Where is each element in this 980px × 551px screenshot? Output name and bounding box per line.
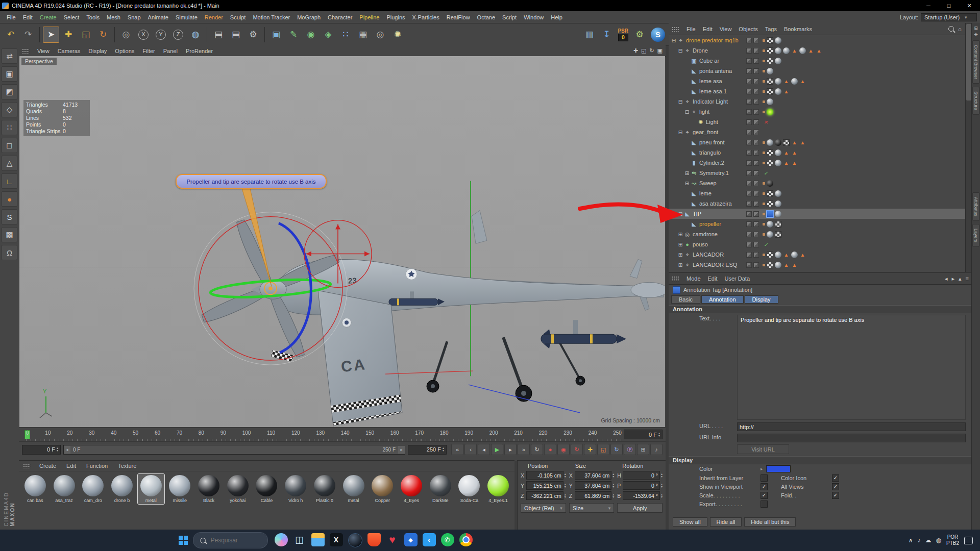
size-mode-dropdown[interactable]: Size▾ (569, 503, 615, 513)
add-cube-button[interactable]: ▣ (268, 27, 284, 43)
phong-tag-icon[interactable]: ▲ (783, 252, 790, 258)
display-dot-icon[interactable] (763, 90, 765, 93)
visibility-toggles[interactable] (746, 109, 759, 115)
maximize-button[interactable]: □ (940, 1, 958, 11)
search-icon[interactable] (948, 26, 954, 32)
material-tag-icon[interactable] (767, 98, 773, 105)
dock-tab-content-browser[interactable]: Content Browser (972, 40, 979, 84)
tree-row-drone[interactable]: ⊟⌖Drone▲▲▲ (669, 45, 966, 56)
am-menu-mode[interactable]: Mode (683, 276, 704, 282)
material-tag-icon[interactable] (775, 211, 781, 217)
display-dot-icon[interactable] (763, 213, 765, 215)
display-dot-icon[interactable] (763, 192, 765, 195)
menu-plugins[interactable]: Plugins (383, 14, 408, 20)
rotation-h-input[interactable]: 0 ° (623, 471, 660, 480)
texture-tag-icon[interactable] (767, 262, 773, 268)
tree-row-triangulo[interactable]: ◣triangulo▲▲ (669, 147, 966, 158)
texture-mode-button[interactable]: ◩ (2, 84, 17, 99)
url-field[interactable]: http:// (737, 422, 966, 431)
spinner[interactable]: ▴▾ (565, 493, 566, 498)
annotation-color-swatch[interactable] (766, 465, 791, 472)
tab-annotation[interactable]: Annotation (701, 295, 744, 304)
display-dot-icon[interactable] (763, 39, 765, 42)
annotation-tag-icon[interactable] (767, 211, 773, 217)
om-menu-edit[interactable]: Edit (699, 26, 716, 32)
spinner[interactable]: ▴▾ (57, 447, 58, 452)
expand-icon[interactable]: ⊞ (677, 252, 683, 258)
home-icon[interactable]: ⌂ (958, 26, 962, 32)
display-dot-icon[interactable] (763, 49, 765, 52)
material-item[interactable]: Vidro h (282, 474, 309, 504)
loop-button[interactable]: ↻ (531, 444, 543, 455)
expand-icon[interactable]: ⊞ (677, 262, 683, 268)
texture-tag-icon[interactable] (767, 149, 773, 156)
display-dot-icon[interactable] (763, 233, 765, 236)
notifications-icon[interactable] (964, 537, 973, 544)
material-tag-icon[interactable] (775, 149, 781, 156)
collapse-icon[interactable]: ⊟ (671, 38, 677, 43)
render-queue-button[interactable]: ↧ (598, 27, 615, 43)
phong-tag-icon[interactable]: ▲ (791, 262, 798, 268)
range-slider[interactable]: ◂ 0 F 250 F ▸ (63, 445, 405, 455)
key-position-button[interactable]: ✚ (584, 444, 596, 455)
make-editable-button[interactable]: ⇄ (2, 48, 17, 64)
menu-mesh[interactable]: Mesh (103, 14, 124, 20)
spinner[interactable]: ▴▾ (661, 493, 663, 498)
minimize-button[interactable]: ─ (920, 1, 937, 11)
texture-tag-icon[interactable] (767, 88, 773, 95)
move-button[interactable]: ✚ (60, 27, 77, 43)
search-box[interactable] (193, 532, 268, 548)
material-tag-icon[interactable] (775, 78, 781, 85)
phong-tag-icon[interactable]: ▲ (791, 139, 798, 146)
polygons-mode-button[interactable]: △ (2, 156, 17, 171)
size-z-input[interactable]: 61.869 cm (575, 491, 612, 500)
spinner[interactable]: ▴▾ (612, 483, 614, 488)
collapse-icon[interactable]: ⊟ (684, 109, 690, 115)
om-menu-file[interactable]: File (683, 26, 699, 32)
expand-icon[interactable]: ⊞ (684, 170, 690, 176)
collapse-icon[interactable]: ⊟ (677, 130, 683, 135)
spline-pen-button[interactable]: ✎ (285, 27, 302, 43)
spinner[interactable]: ▴▾ (612, 493, 614, 498)
hide-all-but-this-button[interactable]: Hide all but this (744, 517, 796, 527)
c4d-logo[interactable]: S (651, 28, 665, 42)
visibility-toggles[interactable] (746, 201, 759, 207)
display-dot-icon[interactable] (763, 264, 765, 266)
checkbox-scale[interactable]: ✓ (761, 492, 768, 499)
materials-menu-function[interactable]: Function (81, 463, 113, 469)
rotate-button[interactable]: ↻ (95, 27, 111, 43)
prev-key-button[interactable]: ‹ (464, 444, 477, 455)
menu-character[interactable]: Character (324, 14, 356, 20)
checkbox-all-views[interactable]: ✓ (832, 483, 839, 490)
texture-tag-icon[interactable] (775, 221, 781, 228)
checkbox-show-in-viewport[interactable]: ✓ (761, 483, 768, 490)
material-tag-icon[interactable] (791, 78, 798, 85)
display-dot-icon[interactable] (763, 80, 765, 83)
points-mode-button[interactable]: ∷ (2, 120, 17, 135)
material-tag-icon[interactable] (767, 68, 773, 74)
start-button[interactable] (179, 536, 188, 545)
dock-icon[interactable]: ⊞ (974, 26, 978, 31)
expand-icon[interactable]: ⊞ (684, 181, 690, 186)
material-tag-icon[interactable] (767, 221, 773, 228)
phong-tag-icon[interactable]: ▲ (807, 47, 814, 54)
collapse-icon[interactable]: ⊟ (677, 48, 683, 54)
hide-all-button[interactable]: Hide all (710, 517, 742, 527)
size-y-input[interactable]: 37.604 cm (575, 481, 612, 490)
subdivision-button[interactable]: ◉ (303, 27, 319, 43)
cloud-icon[interactable]: ☁ (925, 537, 932, 544)
material-tag-icon[interactable] (775, 47, 781, 54)
zoom-view-icon[interactable]: ◱ (641, 47, 646, 54)
pan-view-icon[interactable]: ✚ (633, 47, 638, 54)
display-dot-icon[interactable] (763, 182, 765, 185)
disabled-cross-icon[interactable]: ✕ (763, 119, 769, 126)
display-dot-icon[interactable] (763, 60, 765, 62)
viewport-menu-display[interactable]: Display (84, 48, 111, 54)
om-menu-objects[interactable]: Objects (735, 26, 761, 32)
goto-start-button[interactable]: « (451, 444, 463, 455)
texture-tag-icon[interactable] (783, 139, 790, 146)
position-y-input[interactable]: 155.215 cm (526, 481, 564, 490)
material-item[interactable]: DarkMe (427, 474, 454, 504)
tree-row-camdrone[interactable]: ⊞◎camdrone (669, 229, 966, 239)
om-menu-bookmarks[interactable]: Bookmarks (780, 26, 816, 32)
